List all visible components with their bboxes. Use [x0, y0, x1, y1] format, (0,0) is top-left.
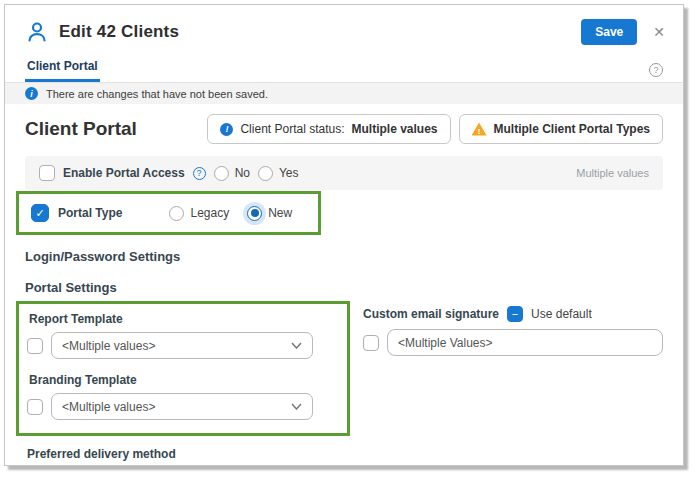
- portal-status-badge[interactable]: ! Client Portal status: Multiple values: [207, 114, 450, 144]
- preferred-delivery-group: Preferred delivery method <Multiple valu…: [25, 447, 663, 466]
- portal-types-warning-badge[interactable]: ! Multiple Client Portal Types: [459, 114, 663, 144]
- preferred-delivery-label: Preferred delivery method: [27, 447, 663, 461]
- enable-portal-access-help-icon[interactable]: ?: [193, 167, 206, 180]
- status-info-icon: !: [220, 123, 233, 136]
- branding-template-value: <Multiple values>: [62, 400, 155, 414]
- multiple-values-note: Multiple values: [576, 167, 649, 179]
- chevron-down-icon: [291, 403, 302, 410]
- portal-settings-heading: Portal Settings: [25, 280, 663, 295]
- report-template-value: <Multiple values>: [62, 339, 155, 353]
- dialog-header: Edit 42 Clients Save ✕: [5, 5, 683, 45]
- branding-template-dropdown[interactable]: <Multiple values>: [51, 393, 313, 420]
- banner-text: There are changes that have not been sav…: [46, 88, 268, 100]
- page-title: Edit 42 Clients: [59, 22, 179, 42]
- custom-email-signature-checkbox[interactable]: [363, 335, 379, 351]
- help-icon[interactable]: ?: [649, 63, 663, 77]
- report-template-checkbox[interactable]: [27, 338, 43, 354]
- portal-type-label: Portal Type: [58, 206, 122, 220]
- section-title: Client Portal: [25, 118, 137, 140]
- report-template-label: Report Template: [29, 312, 347, 326]
- highlight-box-portal-type: ✓ Portal Type Legacy New: [16, 191, 321, 235]
- close-icon[interactable]: ✕: [653, 25, 665, 39]
- warning-badge-label: Multiple Client Portal Types: [494, 122, 650, 136]
- tab-client-portal[interactable]: Client Portal: [25, 55, 100, 82]
- branding-template-checkbox[interactable]: [27, 399, 43, 415]
- info-icon: i: [25, 87, 38, 100]
- custom-email-signature-input[interactable]: <Multiple Values>: [387, 329, 663, 356]
- report-template-dropdown[interactable]: <Multiple values>: [51, 332, 313, 359]
- new-radio[interactable]: [247, 206, 262, 221]
- status-badge-label: Client Portal status:: [240, 122, 344, 136]
- yes-radio-label: Yes: [279, 166, 299, 180]
- person-icon: [25, 20, 49, 44]
- legacy-radio[interactable]: [169, 206, 184, 221]
- chevron-down-icon: [291, 342, 302, 349]
- custom-email-signature-group: Custom email signature − Use default <Mu…: [363, 301, 663, 356]
- legacy-radio-label: Legacy: [190, 206, 229, 220]
- new-radio-label: New: [268, 206, 292, 220]
- login-password-settings-heading: Login/Password Settings: [25, 249, 663, 264]
- custom-email-signature-value: <Multiple Values>: [398, 336, 493, 350]
- enable-portal-access-label: Enable Portal Access: [63, 166, 185, 180]
- enable-portal-access-checkbox[interactable]: [39, 165, 55, 181]
- tab-bar: Client Portal ?: [5, 45, 683, 83]
- no-radio[interactable]: [214, 166, 229, 181]
- edit-clients-dialog: Edit 42 Clients Save ✕ Client Portal ? i…: [4, 4, 684, 466]
- use-default-label: Use default: [531, 307, 592, 321]
- highlight-box-templates: Report Template <Multiple values> Brandi…: [16, 301, 350, 436]
- enable-portal-access-row: Enable Portal Access ? No Yes Multiple v…: [25, 156, 663, 190]
- save-button[interactable]: Save: [581, 19, 637, 45]
- yes-radio[interactable]: [258, 166, 273, 181]
- no-radio-label: No: [235, 166, 250, 180]
- warning-icon: !: [472, 123, 487, 136]
- portal-type-checkbox[interactable]: ✓: [31, 204, 49, 222]
- branding-template-label: Branding Template: [29, 373, 347, 387]
- status-badge-value: Multiple values: [352, 122, 438, 136]
- unsaved-changes-banner: i There are changes that have not been s…: [5, 83, 683, 104]
- use-default-checkbox[interactable]: −: [507, 306, 523, 322]
- custom-email-signature-label: Custom email signature: [363, 307, 499, 321]
